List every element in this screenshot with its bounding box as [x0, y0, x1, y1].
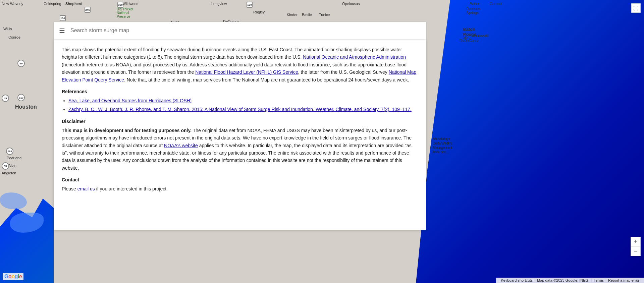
- zachry-link[interactable]: Zachry, B. C., W. J. Booth, J. R. Rhome,…: [68, 107, 412, 112]
- highway-marker-190b: 190: [247, 2, 253, 8]
- nfhl-link[interactable]: National Flood Hazard Layer (NFHL) GIS S…: [195, 69, 298, 75]
- map-data-attribution: Map data ©2023 Google, INEGI: [535, 278, 592, 282]
- fullscreen-icon: [634, 6, 638, 10]
- keyboard-shortcuts[interactable]: Keyboard shortcuts: [499, 278, 535, 282]
- map-bottom-bar: Keyboard shortcuts Map data ©2023 Google…: [496, 278, 644, 283]
- highway-marker-35: 35: [2, 162, 9, 170]
- content-panel: This map shows the potential extent of f…: [54, 39, 426, 230]
- report-link[interactable]: Report a map error: [606, 278, 641, 282]
- noaas-website-link[interactable]: NOAA's website: [164, 143, 198, 148]
- disclaimer-paragraph: This map is in development and for testi…: [62, 127, 418, 172]
- disclaimer-bold: This map is in development and for testi…: [62, 128, 192, 133]
- zoom-out-button[interactable]: −: [631, 246, 640, 256]
- slosh-link[interactable]: Sea, Lake, and Overland Surges from Hurr…: [68, 98, 192, 103]
- highway-marker-45: 45: [2, 95, 9, 102]
- map-water: [416, 0, 644, 283]
- highway-marker-288: 288: [6, 148, 13, 155]
- noaa-link[interactable]: National Oceanic and Atmospheric Adminis…: [303, 54, 406, 60]
- highway-marker-190: 190: [60, 15, 66, 21]
- fullscreen-button[interactable]: [631, 3, 641, 13]
- terms-link[interactable]: Terms: [592, 278, 606, 282]
- header: ☰: [54, 22, 426, 39]
- not-guaranteed-text: not guaranteed: [279, 77, 311, 82]
- google-logo: Google: [3, 273, 23, 280]
- reference-item-2: Zachry, B. C., W. J. Booth, J. R. Rhome,…: [68, 106, 418, 113]
- zoom-in-button[interactable]: +: [631, 237, 640, 246]
- contact-paragraph: Please email us if you are interested in…: [62, 185, 418, 192]
- email-us-link[interactable]: email us: [77, 186, 95, 191]
- highway-marker-610: 610: [17, 94, 25, 101]
- highway-marker-69: 69: [17, 60, 25, 67]
- references-list: Sea, Lake, and Overland Surges from Hurr…: [68, 97, 418, 113]
- menu-icon[interactable]: ☰: [59, 26, 65, 35]
- description-paragraph: This map shows the potential extent of f…: [62, 46, 418, 83]
- references-heading: References: [62, 89, 418, 94]
- disclaimer-heading: Disclaimer: [62, 119, 418, 124]
- zoom-controls: + −: [631, 237, 641, 256]
- contact-heading: Contact: [62, 177, 418, 182]
- highway-marker-246: 246: [85, 7, 91, 13]
- search-input[interactable]: [70, 27, 421, 34]
- reference-item-1: Sea, Lake, and Overland Surges from Hurr…: [68, 97, 418, 104]
- highway-marker-389: 389: [117, 2, 123, 8]
